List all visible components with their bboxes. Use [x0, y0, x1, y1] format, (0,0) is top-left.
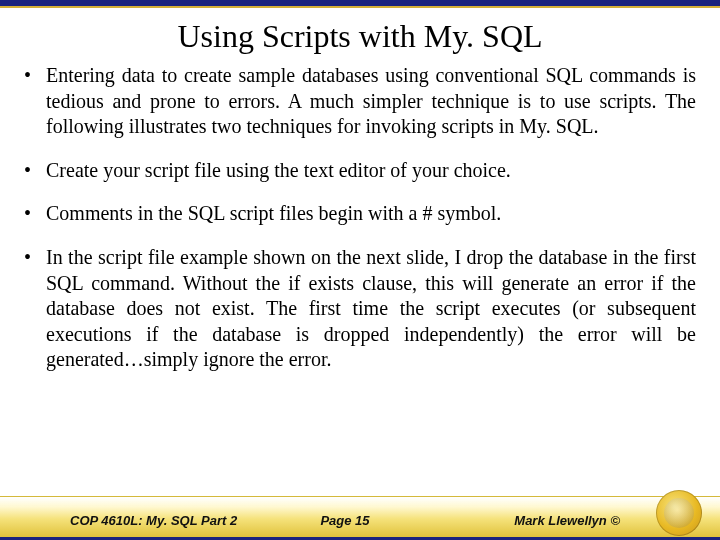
- slide: Using Scripts with My. SQL Entering data…: [0, 0, 720, 540]
- footer-text: COP 4610L: My. SQL Part 2 Page 15 Mark L…: [0, 513, 720, 528]
- slide-content: Entering data to create sample databases…: [0, 63, 720, 373]
- footer-center: Page 15: [253, 513, 436, 528]
- ucf-logo-icon: [656, 490, 702, 536]
- bullet-item: Entering data to create sample databases…: [22, 63, 696, 140]
- footer: COP 4610L: My. SQL Part 2 Page 15 Mark L…: [0, 488, 720, 540]
- bullet-item: Comments in the SQL script files begin w…: [22, 201, 696, 227]
- slide-title: Using Scripts with My. SQL: [0, 18, 720, 55]
- top-border: [0, 0, 720, 8]
- bullet-item: In the script file example shown on the …: [22, 245, 696, 373]
- bullet-list: Entering data to create sample databases…: [22, 63, 696, 373]
- footer-right: Mark Llewellyn ©: [437, 513, 630, 528]
- bullet-item: Create your script file using the text e…: [22, 158, 696, 184]
- footer-left: COP 4610L: My. SQL Part 2: [70, 513, 253, 528]
